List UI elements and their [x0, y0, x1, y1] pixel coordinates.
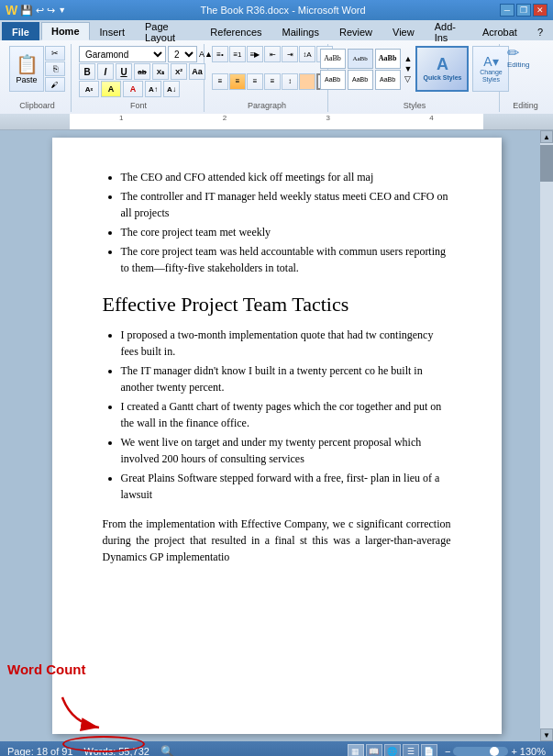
ruler: 1 2 3 4: [0, 114, 553, 130]
outline-button[interactable]: ☰: [403, 744, 419, 756]
style-gallery: AaBb AaBb AaBb AaBb AaBb AaBb: [320, 49, 401, 90]
align-center-button[interactable]: ≡: [229, 73, 246, 90]
line-spacing-button[interactable]: ↕: [282, 73, 298, 90]
paste-icon: 📋: [16, 53, 39, 75]
tab-mailings[interactable]: Mailings: [272, 22, 329, 40]
tab-home[interactable]: Home: [41, 22, 90, 40]
italic-button[interactable]: I: [97, 63, 114, 80]
ruler-marks: 1 2 3 4: [70, 114, 483, 129]
full-reading-button[interactable]: 📖: [366, 744, 382, 756]
view-buttons: ▦ 📖 🌐 ☰ 📄: [348, 744, 437, 756]
tab-file[interactable]: File: [2, 22, 39, 40]
decrease-font-button[interactable]: A↓: [163, 81, 180, 97]
decrease-indent-button[interactable]: ⇤: [264, 46, 281, 62]
font-name-dropdown[interactable]: Garamond: [79, 46, 166, 62]
zoom-level: 130%: [520, 746, 546, 756]
status-icons: 🔍: [160, 745, 174, 756]
bullet-item-9: Great Plains Software stepped forward wi…: [121, 470, 451, 503]
save-icon[interactable]: 💾: [20, 5, 33, 17]
underline-button[interactable]: U: [116, 63, 132, 80]
editing-button[interactable]: ✏: [507, 46, 544, 60]
minimize-button[interactable]: ─: [500, 4, 514, 17]
scroll-thumb[interactable]: [540, 145, 553, 182]
style-no-spacing[interactable]: AaBb: [348, 49, 373, 69]
sort-button[interactable]: ↕A: [299, 46, 315, 62]
style-scroll-down[interactable]: ▼: [404, 64, 413, 73]
font-size-dropdown[interactable]: 28: [168, 46, 197, 62]
numbering-button[interactable]: ≡1: [229, 46, 246, 62]
restore-button[interactable]: ❐: [516, 4, 531, 17]
bullet-item-7: I created a Gantt chart of twenty pages …: [121, 398, 451, 431]
bullet-list-section1: The CEO and CFO attended kick off meetin…: [121, 169, 451, 276]
tab-acrobat[interactable]: Acrobat: [472, 22, 527, 40]
paste-label: Paste: [16, 75, 37, 84]
tab-addins[interactable]: Add-Ins: [425, 22, 472, 40]
bullets-button[interactable]: ≡•: [212, 46, 228, 62]
change-case-button[interactable]: Aa: [189, 63, 205, 80]
increase-indent-button[interactable]: ⇥: [282, 46, 298, 62]
clipboard-label: Clipboard: [4, 101, 71, 110]
justify-button[interactable]: ≡: [264, 73, 281, 90]
paragraph-label: Paragraph: [206, 101, 327, 110]
web-layout-button[interactable]: 🌐: [384, 744, 401, 756]
page-info: Page: 18 of 91: [7, 746, 73, 756]
close-button[interactable]: ✕: [533, 4, 547, 17]
scroll-down-button[interactable]: ▼: [540, 728, 553, 741]
style-normal[interactable]: AaBb: [320, 49, 346, 69]
style-scroll-up[interactable]: ▲: [404, 54, 413, 63]
quick-styles-button[interactable]: A Quick Styles: [415, 46, 469, 92]
multilevel-button[interactable]: ≡▶: [247, 46, 263, 62]
clear-formatting-button[interactable]: Ax: [79, 81, 99, 97]
style-emphasis[interactable]: AaBb: [375, 70, 401, 90]
bullet-item-1: The CEO and CFO attended kick off meetin…: [121, 169, 451, 185]
cut-button[interactable]: ✂: [45, 46, 65, 61]
print-layout-button[interactable]: ▦: [348, 744, 364, 756]
redo-icon[interactable]: ↪: [47, 5, 55, 17]
style-more[interactable]: ▽: [404, 74, 413, 83]
font-group: Garamond 28 A▲ A▼ B I U ab X₂ X² Aa Ax A: [73, 44, 205, 112]
annotation-arrow: [35, 695, 108, 732]
shading-button[interactable]: [299, 73, 315, 90]
style-heading2[interactable]: AaBb: [320, 70, 346, 90]
quick-styles-icon: A: [437, 55, 448, 74]
zoom-control: − + 130%: [445, 746, 546, 756]
ruler-inner: 1 2 3 4: [70, 114, 483, 129]
editing-label[interactable]: Editing: [507, 61, 529, 69]
draft-button[interactable]: 📄: [421, 744, 437, 756]
bullet-item-2: The controller and IT manager held weekl…: [121, 188, 451, 221]
align-right-button[interactable]: ≡: [247, 73, 263, 90]
font-color-button[interactable]: A: [123, 81, 143, 97]
zoom-slider[interactable]: [453, 747, 508, 756]
paste-button[interactable]: 📋 Paste: [9, 46, 44, 92]
tab-page-layout[interactable]: Page Layout: [135, 22, 200, 40]
paragraph-group: ≡• ≡1 ≡▶ ⇤ ⇥ ↕A ¶ ≡ ≡ ≡ ≡ ↕ □ Paragraph: [206, 44, 328, 112]
zoom-in-button[interactable]: +: [511, 746, 516, 756]
ruler-mark-1: 1: [119, 114, 123, 122]
scroll-up-button[interactable]: ▲: [540, 130, 553, 143]
text-highlight-button[interactable]: A: [101, 81, 121, 97]
bold-button[interactable]: B: [79, 63, 95, 80]
status-bar: Page: 18 of 91 Words: 55,732 🔍 ▦ 📖 🌐 ☰ 📄…: [0, 741, 553, 756]
zoom-out-button[interactable]: −: [445, 746, 450, 756]
tab-view[interactable]: View: [382, 22, 425, 40]
tab-insert[interactable]: Insert: [90, 22, 136, 40]
superscript-button[interactable]: X²: [171, 63, 187, 80]
increase-font-button[interactable]: A↑: [145, 81, 161, 97]
style-title[interactable]: AaBb: [348, 70, 373, 90]
strikethrough-button[interactable]: ab: [134, 63, 150, 80]
bullet-item-4: The core project team was held accountab…: [121, 243, 451, 276]
align-left-button[interactable]: ≡: [212, 73, 228, 90]
tab-help[interactable]: ?: [527, 22, 553, 40]
title-bar: W 💾 ↩ ↪ ▼ The Book R36.docx - Microsoft …: [0, 0, 553, 20]
tab-references[interactable]: References: [200, 22, 271, 40]
ruler-mark-4: 4: [429, 114, 433, 122]
scrollbar[interactable]: ▲ ▼: [540, 130, 553, 741]
subscript-button[interactable]: X₂: [152, 63, 169, 80]
undo-icon[interactable]: ↩: [36, 5, 44, 17]
style-heading1[interactable]: AaBb: [375, 49, 401, 69]
clipboard-small-buttons: ✂ ⎘ 🖌: [45, 46, 65, 92]
format-painter-button[interactable]: 🖌: [45, 77, 65, 92]
tab-review[interactable]: Review: [329, 22, 382, 40]
customize-icon[interactable]: ▼: [58, 6, 66, 15]
copy-button[interactable]: ⎘: [45, 61, 65, 76]
